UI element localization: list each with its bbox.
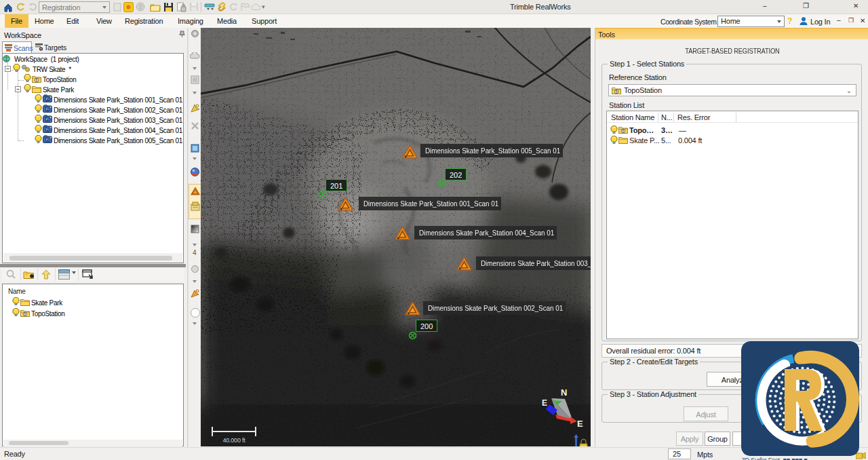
svg-text:40.000 ft: 40.000 ft [222, 437, 245, 444]
svg-text:N: N [561, 387, 567, 398]
svg-text:E: E [542, 398, 547, 408]
svg-text:E: E [577, 419, 583, 429]
